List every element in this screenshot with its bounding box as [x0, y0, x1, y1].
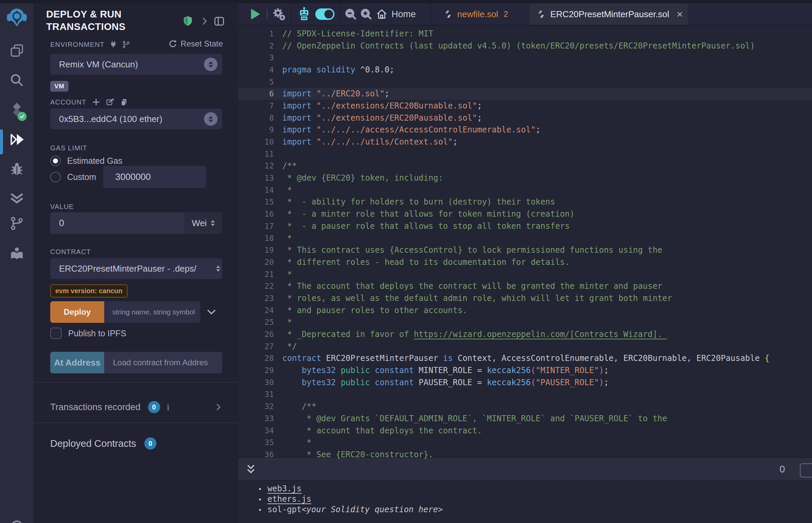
terminal-search-box[interactable] — [800, 463, 812, 477]
deploy-run-icon[interactable] — [10, 132, 24, 147]
git-branch-icon[interactable] — [10, 216, 24, 231]
custom-gas-radio[interactable]: Custom — [50, 172, 96, 182]
code-line[interactable]: 21 * — [239, 268, 812, 281]
code-line[interactable]: 33 * @dev Grants `DEFAULT_ADMIN_ROLE`, `… — [239, 413, 812, 425]
divider — [34, 382, 239, 382]
collapse-panel-chevron-icon[interactable] — [200, 17, 209, 25]
code-line[interactable]: 6import "../ERC20.sol"; — [239, 88, 812, 100]
code-line[interactable]: 29 bytes32 public constant MINTER_ROLE =… — [239, 364, 812, 376]
constructor-args-input[interactable] — [104, 301, 200, 323]
code-line[interactable]: 15 * - ability for holders to burn (dest… — [239, 196, 812, 208]
code-line[interactable]: 4pragma solidity ^0.8.0; — [239, 64, 812, 76]
code-line[interactable]: 14 * — [239, 184, 812, 196]
toolbar-separator — [267, 10, 267, 19]
code-line[interactable]: 18 * — [239, 232, 812, 244]
code-line[interactable]: 19 * This contract uses {AccessControl} … — [239, 244, 812, 256]
code-line[interactable]: 27 */ — [239, 340, 812, 353]
publish-ipfs-checkbox[interactable] — [50, 327, 62, 339]
account-select[interactable]: 0x5B3...eddC4 (100 ether) — [50, 109, 222, 129]
line-number: 33 — [239, 414, 274, 423]
evm-version-badge: evm version: cancun — [50, 284, 127, 297]
publish-ipfs-row[interactable]: Publish to IPFS — [50, 327, 126, 339]
file-explorer-icon[interactable] — [10, 43, 24, 58]
add-account-icon[interactable] — [92, 98, 101, 107]
line-number: 8 — [239, 113, 274, 122]
code-line[interactable]: 11 — [239, 148, 812, 160]
code-line[interactable]: 35 * — [239, 436, 812, 449]
code-line[interactable]: 1// SPDX-License-Identifier: MIT — [239, 28, 812, 40]
tab-erc20presetminterpauser-sol[interactable]: ERC20PresetMinterPauser.sol × — [529, 3, 688, 25]
custom-gas-input[interactable] — [103, 166, 206, 188]
reset-state-button[interactable]: Reset State — [139, 39, 223, 49]
deploy-run-panel: DEPLOY & RUN TRANSACTIONS ENVIRONMENT Re… — [34, 3, 239, 523]
search-icon[interactable] — [10, 73, 24, 88]
copy-account-icon[interactable] — [120, 98, 128, 107]
tab-newfile-sol[interactable]: newfile.sol 2 — [435, 3, 526, 25]
contract-label: CONTRACT — [50, 248, 91, 256]
code-line[interactable]: 3 — [239, 52, 812, 64]
ai-copilot-toggle[interactable] — [315, 8, 335, 20]
code-line[interactable]: 34 * account that deploys the contract. — [239, 425, 812, 437]
run-script-play-icon[interactable] — [248, 3, 261, 25]
plug-icon[interactable] — [109, 40, 117, 49]
remix-logo-icon[interactable] — [6, 7, 28, 28]
value-input[interactable] — [50, 212, 184, 234]
code-line[interactable]: 36 * See {ERC20-constructor}. — [239, 449, 812, 458]
code-line[interactable]: 2// OpenZeppelin Contracts (last updated… — [239, 40, 812, 52]
zoom-out-icon[interactable] — [343, 3, 358, 25]
environment-select[interactable]: Remix VM (Cancun) — [50, 54, 222, 75]
code-line[interactable]: 17 * - a pauser role that allows to stop… — [239, 220, 812, 232]
debugger-bug-icon[interactable] — [10, 161, 24, 176]
code-line[interactable]: 32 /** — [239, 400, 812, 413]
code-line[interactable]: 30 bytes32 public constant PAUSER_ROLE =… — [239, 376, 812, 389]
line-number: 13 — [239, 174, 274, 182]
code-line[interactable]: 23 * roles, as well as the default admin… — [239, 292, 812, 304]
code-editor[interactable]: 1// SPDX-License-Identifier: MIT2// Open… — [239, 25, 812, 458]
code-line[interactable]: 26 * _Deprecated in favor of https://wiz… — [239, 328, 812, 340]
code-line[interactable]: 5 — [239, 76, 812, 88]
close-tab-icon[interactable]: × — [677, 9, 683, 20]
expand-terminal-chevrons-icon[interactable] — [245, 464, 257, 476]
code-line[interactable]: 8import "../extensions/ERC20Pausable.sol… — [239, 112, 812, 124]
code-line[interactable]: 16 * - a minter role that allows for tok… — [239, 208, 812, 220]
fork-state-icon[interactable] — [122, 40, 130, 49]
script-config-gear-icon[interactable] — [271, 3, 286, 25]
deployed-contracts-count-badge: 0 — [144, 437, 157, 450]
at-address-button[interactable]: At Address — [50, 352, 104, 373]
terminal-bar[interactable]: 0 — [239, 458, 812, 481]
terminal-list-item[interactable]: •ethers.js — [258, 494, 812, 504]
contract-select[interactable]: ERC20PresetMinterPauser - .deps/ — [50, 258, 222, 279]
code-line[interactable]: 24 * and pauser roles to other accounts. — [239, 304, 812, 317]
sign-message-icon[interactable] — [106, 98, 114, 107]
code-line[interactable]: 13 * @dev {ERC20} token, including: — [239, 172, 812, 184]
code-line[interactable]: 12/** — [239, 160, 812, 172]
settings-partial-icon[interactable] — [10, 516, 24, 523]
code-line[interactable]: 20 * different roles - head to its docum… — [239, 256, 812, 268]
window-top-strip — [0, 0, 812, 3]
toolbar-group-separator — [339, 3, 340, 25]
expand-transactions-chevron-icon[interactable] — [214, 403, 222, 411]
terminal-list-item[interactable]: •web3.js — [258, 484, 812, 494]
learneth-book-icon[interactable] — [10, 246, 24, 261]
unit-testing-icon[interactable] — [10, 191, 24, 205]
at-address-input[interactable] — [104, 352, 222, 373]
code-line[interactable]: 10import "../../../utils/Context.sol"; — [239, 136, 812, 148]
tab-home[interactable]: Home — [376, 3, 416, 25]
shield-status-icon[interactable] — [182, 16, 193, 26]
code-line[interactable]: 22 * The account that deploys the contra… — [239, 280, 812, 292]
code-line[interactable]: 9import "../../../access/AccessControlEn… — [239, 124, 812, 136]
code-line[interactable]: 25 * — [239, 317, 812, 328]
value-unit-select[interactable]: Wei — [184, 212, 222, 234]
line-number: 6 — [239, 89, 274, 98]
code-line[interactable]: 31 — [239, 389, 812, 401]
zoom-in-icon[interactable] — [359, 3, 373, 25]
code-line[interactable]: 28contract ERC20PresetMinterPauser is Co… — [239, 353, 812, 365]
deployed-contracts-row: Deployed Contracts 0 — [50, 433, 222, 454]
info-icon[interactable]: i — [167, 402, 170, 413]
pin-panel-layout-icon[interactable] — [213, 16, 225, 27]
expand-constructor-chevron-icon[interactable] — [206, 307, 216, 317]
code-line[interactable]: 7import "../extensions/ERC20Burnable.sol… — [239, 100, 812, 112]
line-number: 19 — [239, 246, 274, 254]
deploy-button[interactable]: Deploy — [50, 301, 104, 323]
estimated-gas-radio[interactable]: Estimated Gas — [50, 156, 122, 166]
